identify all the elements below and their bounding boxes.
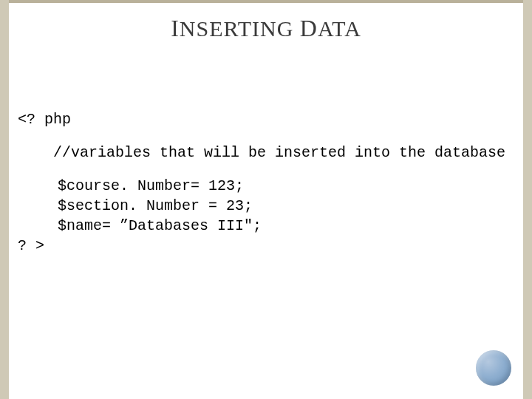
decorative-sphere-icon [476, 350, 511, 386]
title-word1-cap: I [171, 15, 180, 41]
title-word2-rest: ATA [318, 16, 361, 41]
var-name: $name= ”Databases III"; [58, 216, 514, 236]
slide-title: INSERTING DATA [0, 15, 532, 42]
variable-assignments: $course. Number= 123; $section. Number =… [18, 176, 514, 236]
left-margin-bar [0, 0, 9, 399]
right-margin-bar [523, 0, 532, 399]
top-accent-bar [9, 0, 523, 3]
title-word2-cap: D [300, 15, 318, 41]
title-word1-rest: NSERTING [180, 16, 294, 41]
var-section-number: $section. Number = 23; [58, 196, 514, 216]
php-open-tag: <? php [18, 109, 514, 129]
var-course-number: $course. Number= 123; [58, 176, 514, 196]
comment-line: //variables that will be inserted into t… [18, 143, 514, 163]
code-block: <? php //variables that will be inserted… [18, 109, 514, 269]
php-close-tag: ? > [18, 236, 514, 256]
